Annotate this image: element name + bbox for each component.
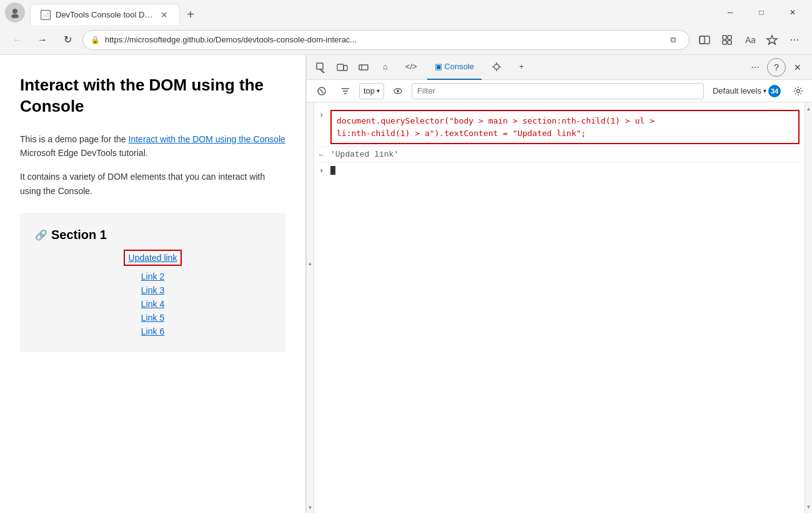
scroll-up-arrow[interactable]: ▲ (307, 102, 314, 266)
page-content: Interact with the DOM using the Console … (0, 55, 306, 513)
settings-dots-button[interactable]: ··· (785, 30, 805, 50)
svg-point-30 (797, 89, 800, 92)
inspect-element-button[interactable] (312, 58, 330, 77)
profile-icon[interactable] (5, 2, 25, 22)
filter-icon (340, 86, 350, 96)
tab-add[interactable]: + (512, 55, 532, 80)
refresh-button[interactable]: ↻ (57, 30, 77, 50)
list-item: Link 5 (141, 312, 164, 323)
tab-title: DevTools Console tool DOM inte (56, 10, 154, 19)
url-text: https://microsoftedge.github.io/Demos/de… (105, 35, 659, 44)
updated-link-highlight: Updated link (124, 250, 182, 266)
list-item: Link 2 (141, 271, 164, 282)
svg-rect-12 (317, 63, 323, 69)
url-bar[interactable]: 🔒 https://microsoftedge.github.io/Demos/… (82, 30, 690, 50)
link-3[interactable]: Link 3 (141, 285, 164, 295)
right-scroll-track (805, 115, 812, 501)
page-para-1: This is a demo page for the Interact wit… (20, 132, 285, 160)
list-item: Link 3 (141, 285, 164, 296)
favorites-button[interactable] (762, 30, 782, 50)
console-result-value: 'Updated link' (330, 150, 399, 159)
svg-rect-5 (700, 36, 705, 44)
device-emulation-button[interactable] (333, 58, 352, 77)
section-anchor-icon: 🔗 (35, 229, 47, 241)
tab-console[interactable]: ▣ Console (427, 55, 482, 80)
section-box: 🔗 Section 1 Updated link Link 2 Link 3 L… (20, 213, 285, 352)
list-item: Link 6 (141, 326, 164, 337)
link-6[interactable]: Link 6 (141, 326, 164, 336)
filter-input[interactable] (412, 83, 704, 99)
link-2[interactable]: Link 2 (141, 271, 164, 281)
default-levels-label: Default levels (713, 86, 761, 95)
link-4[interactable]: Link 4 (141, 299, 164, 309)
help-button[interactable]: ? (767, 58, 786, 77)
svg-rect-6 (723, 36, 726, 39)
para1-prefix: This is a demo page for the (20, 134, 129, 144)
link-5[interactable]: Link 5 (141, 313, 164, 323)
tab-elements[interactable]: ⌂ (375, 55, 395, 80)
clear-console-button[interactable] (312, 83, 332, 99)
clear-icon (317, 86, 327, 96)
input-chevron-icon: › (319, 111, 327, 120)
page-para-2: It contains a variety of DOM elements th… (20, 170, 285, 198)
prompt-chevron-icon: › (319, 167, 327, 175)
elements-panel-button[interactable] (354, 58, 373, 77)
svg-point-18 (494, 64, 499, 69)
svg-line-13 (320, 69, 324, 73)
para1-suffix: Microsoft Edge DevTools tutorial. (20, 148, 148, 158)
tab-html[interactable]: </> (398, 55, 425, 80)
updated-link[interactable]: Updated link (129, 253, 177, 263)
section-heading-text: Section 1 (51, 228, 107, 242)
new-tab-button[interactable]: + (180, 4, 201, 25)
console-gear-button[interactable] (790, 82, 807, 100)
collections-button[interactable] (717, 30, 737, 50)
console-content-area: ▲ ▼ › document.querySelector("body > mai… (307, 102, 812, 513)
console-command-box: document.querySelector("body > main > se… (330, 110, 800, 144)
context-dropdown[interactable]: top ▾ (359, 83, 384, 99)
console-command-code: document.querySelector("body > main > se… (337, 116, 655, 138)
tutorial-link[interactable]: Interact with the DOM using the Console (129, 134, 285, 144)
more-tools-button[interactable]: ··· (746, 58, 765, 77)
section-heading: 🔗 Section 1 (35, 228, 270, 242)
forward-button[interactable]: → (32, 30, 52, 50)
console-icon: ▣ (435, 62, 442, 71)
tab-sources[interactable] (484, 55, 509, 80)
close-devtools-button[interactable]: ✕ (788, 58, 807, 77)
console-prompt[interactable]: › (319, 163, 800, 178)
console-settings-button[interactable] (335, 83, 355, 99)
split-screen-button[interactable]: ⧉ (664, 31, 681, 49)
console-entry-result: ← 'Updated link' (319, 147, 800, 163)
section-links: Updated link Link 2 Link 3 Link 4 Link 5… (35, 250, 270, 337)
tab-preview-button[interactable] (695, 30, 715, 50)
gear-icon (793, 86, 803, 96)
scroll-down-arrow[interactable]: ▼ (307, 266, 314, 513)
read-aloud-button[interactable]: Aa (740, 30, 760, 50)
devtools-panel: ⌂ </> ▣ Console + ··· ? ✕ (306, 55, 812, 513)
context-dropdown-value: top (364, 86, 375, 95)
chevron-down-icon-levels: ▾ (763, 87, 766, 94)
list-item: Updated link (124, 250, 182, 268)
tab-close-button[interactable]: ✕ (159, 9, 169, 21)
eye-icon (393, 86, 403, 96)
title-bar: 📄 DevTools Console tool DOM inte ✕ + ─ □… (0, 0, 812, 25)
left-scrollbar: ▲ ▼ (307, 102, 314, 513)
right-scroll-up[interactable]: ▲ (805, 102, 812, 115)
close-button[interactable]: ✕ (778, 2, 807, 22)
svg-rect-14 (337, 64, 344, 71)
tab-bar: 📄 DevTools Console tool DOM inte ✕ + (30, 0, 711, 25)
result-arrow-icon: ← (319, 151, 327, 160)
svg-text:Aa: Aa (745, 35, 755, 45)
svg-point-29 (397, 90, 399, 92)
svg-rect-7 (728, 36, 731, 39)
minimize-button[interactable]: ─ (716, 2, 745, 22)
tab-favicon: 📄 (41, 10, 51, 20)
right-scroll-down[interactable]: ▼ (805, 501, 812, 513)
eye-button[interactable] (388, 83, 408, 99)
default-levels-dropdown[interactable]: Default levels ▾ 34 (708, 83, 786, 99)
console-toolbar: top ▾ Default levels ▾ 34 (307, 80, 812, 102)
maximize-button[interactable]: □ (747, 2, 776, 22)
main-area: Interact with the DOM using the Console … (0, 55, 812, 513)
back-button[interactable]: ← (7, 30, 27, 50)
browser-tab[interactable]: 📄 DevTools Console tool DOM inte ✕ (30, 4, 180, 25)
svg-rect-9 (728, 41, 731, 44)
